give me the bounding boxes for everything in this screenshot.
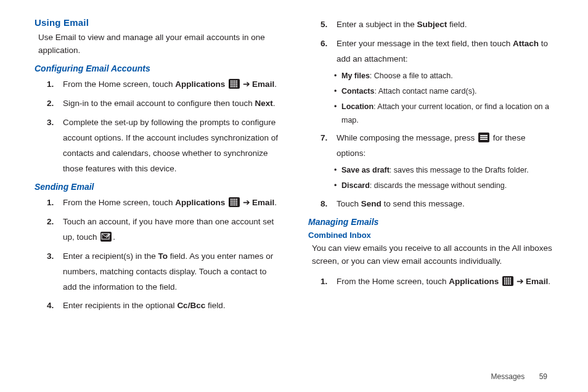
applications-icon	[229, 197, 240, 207]
heading-using-email: Using Email	[35, 17, 280, 28]
page-footer: Messages 59	[491, 372, 547, 381]
step: Enter a subject in the Subject field.	[337, 17, 553, 33]
bullet: Contacts: Attach contact name card(s).	[334, 85, 553, 99]
step: From the Home screen, touch Applications…	[63, 77, 280, 92]
applications-icon	[229, 79, 240, 89]
step: From the Home screen, touch Applications…	[337, 274, 553, 290]
step: Enter a recipient(s) in the To field. As…	[63, 249, 280, 295]
compose-icon	[100, 232, 112, 242]
managing-intro: You can view emails you receive to all a…	[312, 242, 553, 268]
step: Sign-in to the email account to configur…	[63, 96, 280, 112]
footer-page-number: 59	[539, 372, 547, 381]
attach-options: My files: Choose a file to attach. Conta…	[334, 70, 553, 128]
menu-icon	[478, 133, 489, 142]
compose-options: Save as draft: saves this message to the…	[334, 164, 553, 193]
steps-configuring: From the Home screen, touch Applications…	[35, 77, 280, 177]
step: Complete the set-up by following the pro…	[63, 115, 280, 177]
heading-combined-inbox: Combined Inbox	[308, 231, 553, 240]
step: While composing the message, press for t…	[337, 131, 553, 193]
applications-icon	[502, 276, 513, 286]
step: Touch Send to send this message.	[337, 197, 553, 212]
step: Enter recipients in the optional Cc/Bcc …	[63, 298, 280, 314]
heading-managing: Managing Emails	[308, 217, 553, 227]
page-body: Using Email Use Email to view and manage…	[0, 0, 588, 345]
step: From the Home screen, touch Applications…	[63, 195, 280, 211]
heading-configuring: Configuring Email Accounts	[35, 63, 280, 73]
step: Touch an account, if you have more than …	[63, 214, 280, 245]
bullet: Save as draft: saves this message to the…	[334, 164, 553, 178]
bullet: Discard: discards the message without se…	[334, 179, 553, 193]
bullet: Location: Attach your current location, …	[334, 100, 553, 128]
intro-text: Use Email to view and manage all your em…	[38, 31, 280, 57]
bullet: My files: Choose a file to attach.	[334, 70, 553, 83]
heading-sending: Sending Email	[35, 182, 280, 192]
step: Enter your message in the text field, th…	[337, 36, 553, 127]
footer-section: Messages	[491, 372, 525, 381]
